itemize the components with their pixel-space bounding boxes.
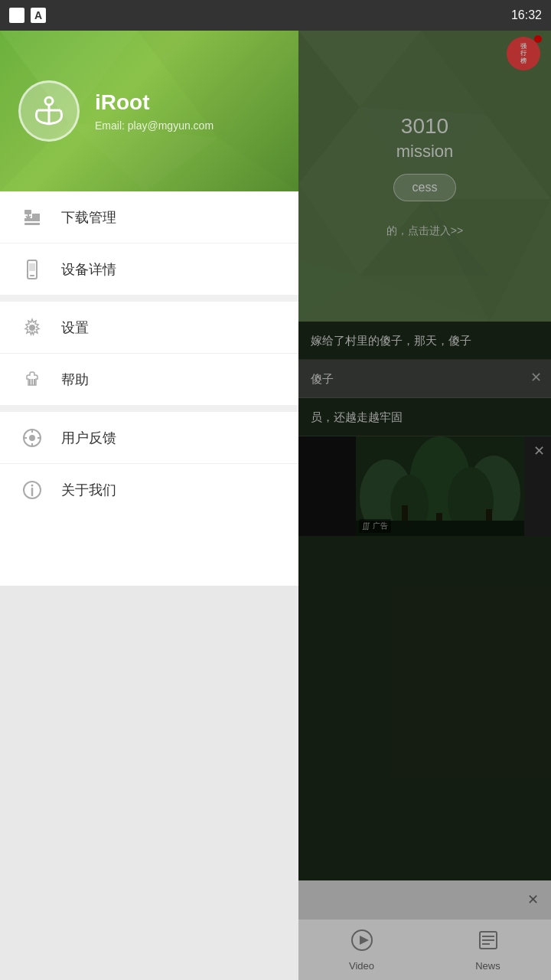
drawer-menu: 下载管理 设备详情 — [0, 191, 298, 586]
device-icon — [18, 256, 46, 283]
drawer-item-settings[interactable]: 设置 — [0, 302, 298, 354]
svg-rect-0 — [12, 11, 16, 15]
drawer-section-2: 设置 帮助 — [0, 296, 298, 406]
drawer-item-about-label: 关于我们 — [61, 481, 116, 499]
drawer-item-help[interactable]: 帮助 — [0, 354, 298, 406]
drawer-item-download-label: 下载管理 — [61, 208, 116, 227]
drawer-item-download[interactable]: 下载管理 — [0, 191, 298, 243]
drawer-header: iRoot Email: play@mgyun.com — [0, 31, 298, 191]
svg-line-39 — [42, 122, 49, 124]
status-time: 16:32 — [511, 8, 542, 22]
drawer: iRoot Email: play@mgyun.com 下载管理 — [0, 31, 298, 980]
drawer-overlay[interactable] — [298, 31, 551, 980]
drawer-item-help-label: 帮助 — [61, 371, 89, 389]
svg-rect-47 — [29, 379, 31, 385]
status-bar: A 16:32 — [0, 0, 551, 31]
drawer-item-feedback-label: 用户反馈 — [61, 429, 116, 447]
svg-marker-33 — [69, 122, 218, 191]
download-icon — [18, 204, 46, 231]
drawer-item-device-label: 设备详情 — [61, 260, 116, 279]
svg-rect-1 — [18, 11, 21, 15]
drawer-avatar — [18, 80, 80, 142]
settings-icon — [18, 314, 46, 341]
drawer-item-feedback[interactable]: 用户反馈 — [0, 412, 298, 464]
drawer-item-settings-label: 设置 — [61, 318, 89, 337]
status-icons: A — [9, 8, 46, 23]
svg-rect-2 — [12, 16, 16, 20]
status-icon-1 — [9, 8, 24, 23]
drawer-item-device[interactable]: 设备详情 — [0, 243, 298, 296]
drawer-email: Email: play@mgyun.com — [95, 119, 214, 132]
svg-line-40 — [49, 122, 56, 124]
svg-rect-42 — [24, 223, 40, 225]
drawer-empty — [0, 586, 298, 980]
drawer-section-3: 用户反馈 关于我们 — [0, 406, 298, 516]
feedback-icon — [18, 424, 46, 452]
svg-rect-3 — [18, 16, 21, 20]
drawer-user-info: iRoot Email: play@mgyun.com — [95, 90, 214, 132]
svg-rect-49 — [34, 379, 35, 385]
svg-point-51 — [29, 435, 35, 441]
svg-point-58 — [31, 485, 34, 487]
svg-rect-44 — [30, 275, 34, 276]
about-icon — [18, 476, 46, 504]
svg-point-36 — [45, 97, 53, 105]
svg-rect-48 — [31, 379, 33, 385]
help-icon — [18, 366, 46, 394]
drawer-item-about[interactable]: 关于我们 — [0, 464, 298, 516]
svg-point-46 — [29, 325, 35, 331]
anchor-icon — [30, 92, 68, 130]
drawer-section-1: 下载管理 设备详情 — [0, 191, 298, 296]
status-icon-a: A — [31, 8, 46, 23]
svg-rect-45 — [29, 263, 35, 271]
drawer-app-name: iRoot — [95, 90, 214, 115]
